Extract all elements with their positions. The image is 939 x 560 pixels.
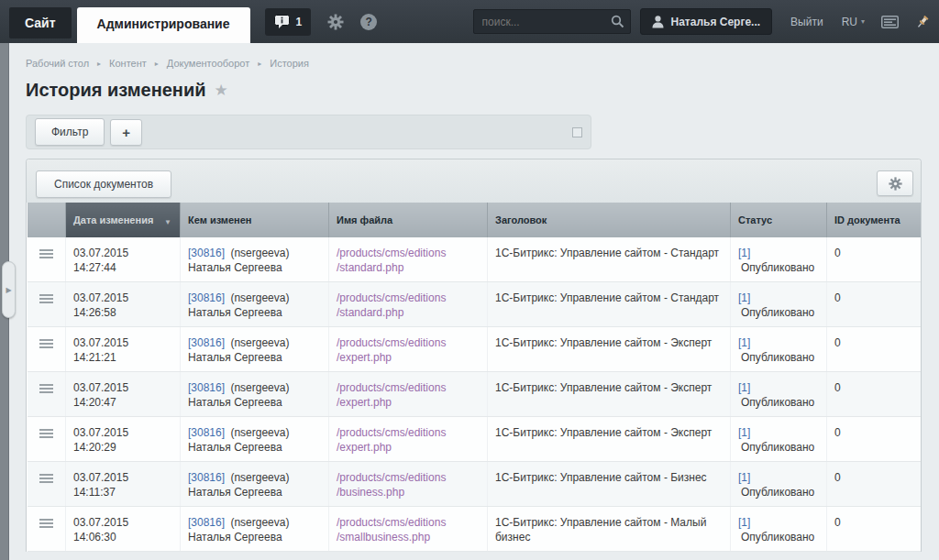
file-name-link[interactable]: /expert.php (337, 396, 392, 409)
status-label: Опубликовано (741, 531, 814, 544)
user-id-link[interactable]: [30816] (188, 247, 225, 259)
file-path-link[interactable]: /products/cms/editions (337, 247, 446, 259)
status-id-link[interactable]: [1] (738, 426, 750, 439)
column-header-file[interactable]: Имя файла (329, 203, 488, 237)
file-cell: /products/cms/editions /expert.php (329, 372, 488, 417)
user-cell: [30816] (nsergeeva) Наталья Сергеева (181, 327, 329, 372)
file-cell: /products/cms/editions /expert.php (329, 327, 488, 372)
file-name-link[interactable]: /standard.php (337, 261, 403, 274)
sidebar-expand-handle[interactable]: ▶ (2, 261, 16, 318)
tab-administration[interactable]: Администрирование (77, 7, 250, 43)
user-id-link[interactable]: [30816] (188, 291, 225, 304)
column-header-id[interactable]: ID документа (827, 203, 922, 237)
time-value: 14:26:58 (73, 305, 172, 320)
row-menu-icon[interactable] (39, 249, 53, 258)
user-fullname: Наталья Сергеева (188, 440, 321, 455)
row-handle-cell (28, 282, 66, 327)
grid-settings-button[interactable] (877, 170, 913, 196)
filter-collapse-icon[interactable] (572, 127, 582, 137)
file-name-link[interactable]: /expert.php (337, 441, 392, 454)
file-path-link[interactable]: /products/cms/editions (337, 471, 446, 484)
search-input[interactable] (473, 9, 631, 34)
status-id-link[interactable]: [1] (738, 336, 750, 349)
row-menu-icon[interactable] (39, 384, 53, 393)
favorite-star-icon[interactable]: ★ (215, 81, 228, 100)
breadcrumb-history: История (270, 58, 309, 69)
file-path-link[interactable]: /products/cms/editions (337, 426, 446, 439)
breadcrumb-content[interactable]: Контент (109, 58, 147, 69)
search-icon[interactable] (611, 15, 624, 28)
status-cell: [1] Опубликовано (731, 237, 827, 282)
row-handle-cell (28, 507, 66, 552)
status-label: Опубликовано (741, 351, 814, 364)
filter-button[interactable]: Фильтр (35, 118, 105, 146)
file-path-link[interactable]: /products/cms/editions (337, 516, 446, 529)
file-path-link[interactable]: /products/cms/editions (337, 291, 446, 304)
row-menu-icon[interactable] (39, 339, 53, 348)
status-id-link[interactable]: [1] (738, 381, 750, 394)
breadcrumb-workflow[interactable]: Документооборот (167, 58, 249, 69)
breadcrumb-desktop[interactable]: Рабочий стол (26, 58, 89, 69)
table-row: 03.07.2015 14:20:47 [30816] (nsergeeva) … (28, 372, 922, 417)
user-id-link[interactable]: [30816] (188, 336, 225, 349)
date-cell: 03.07.2015 14:06:30 (66, 507, 181, 552)
user-fullname: Наталья Сергеева (188, 530, 321, 544)
settings-gear-button[interactable] (327, 14, 344, 30)
doc-id-cell: 0 (827, 282, 922, 327)
date-cell: 03.07.2015 14:27:44 (66, 237, 181, 282)
file-name-link[interactable]: /standard.php (337, 306, 403, 319)
file-path-link[interactable]: /products/cms/editions (337, 336, 446, 349)
hotkeys-panel-button[interactable] (881, 16, 899, 28)
date-cell: 03.07.2015 14:21:21 (66, 327, 181, 372)
date-value: 03.07.2015 (73, 335, 172, 350)
table-row: 03.07.2015 14:27:44 [30816] (nsergeeva) … (28, 237, 922, 282)
status-id-link[interactable]: [1] (738, 516, 750, 529)
file-name-link[interactable]: /business.php (337, 486, 404, 499)
column-header-handle (28, 203, 66, 237)
sort-desc-icon[interactable]: ▼ (164, 216, 171, 228)
user-id-link[interactable]: [30816] (188, 471, 225, 484)
notifications-button[interactable]: 1 (265, 8, 312, 36)
tab-site[interactable]: Сайт (9, 7, 72, 38)
breadcrumb-separator-icon: ▸ (258, 60, 261, 68)
time-value: 14:06:30 (73, 530, 172, 544)
column-header-user[interactable]: Кем изменен (181, 203, 329, 237)
breadcrumb: Рабочий стол ▸ Контент ▸ Документооборот… (26, 58, 922, 69)
time-value: 14:20:47 (73, 395, 172, 410)
user-cell: [30816] (nsergeeva) Наталья Сергеева (181, 507, 329, 552)
column-header-title[interactable]: Заголовок (488, 203, 731, 237)
status-id-link[interactable]: [1] (738, 291, 750, 304)
date-cell: 03.07.2015 14:20:29 (66, 417, 181, 462)
file-name-link[interactable]: /expert.php (337, 351, 392, 364)
date-value: 03.07.2015 (73, 515, 172, 530)
row-handle-cell (28, 417, 66, 462)
row-menu-icon[interactable] (39, 429, 53, 438)
pin-panel-button[interactable] (915, 15, 930, 29)
file-name-link[interactable]: /smallbusiness.php (337, 531, 430, 544)
status-id-link[interactable]: [1] (738, 247, 750, 259)
status-label: Опубликовано (741, 441, 814, 454)
row-menu-icon[interactable] (39, 519, 53, 528)
expand-arrow-icon: ▶ (6, 286, 11, 294)
user-id-link[interactable]: [30816] (188, 426, 225, 439)
logout-link[interactable]: Выйти (790, 16, 823, 28)
row-menu-icon[interactable] (39, 294, 53, 303)
language-selector[interactable]: RU ▾ (842, 16, 865, 28)
row-menu-icon[interactable] (39, 474, 53, 483)
date-value: 03.07.2015 (73, 246, 172, 260)
grid-body: 03.07.2015 14:27:44 [30816] (nsergeeva) … (28, 237, 922, 552)
document-list-tab[interactable]: Список документов (36, 170, 171, 198)
title-cell: 1С-Битрикс: Управление сайтом - Эксперт (488, 417, 731, 462)
current-user-button[interactable]: Наталья Серге... (640, 8, 773, 35)
help-button[interactable]: ? (360, 14, 377, 30)
user-login: (nsergeeva) (230, 291, 289, 304)
column-header-status[interactable]: Статус (731, 203, 827, 237)
status-id-link[interactable]: [1] (738, 471, 750, 484)
column-header-date[interactable]: Дата изменения ▼ (66, 203, 181, 237)
help-icon: ? (360, 14, 377, 30)
user-id-link[interactable]: [30816] (188, 516, 225, 529)
add-filter-button[interactable]: + (110, 119, 142, 146)
language-label: RU (842, 16, 857, 28)
user-id-link[interactable]: [30816] (188, 381, 225, 394)
file-path-link[interactable]: /products/cms/editions (337, 381, 446, 394)
